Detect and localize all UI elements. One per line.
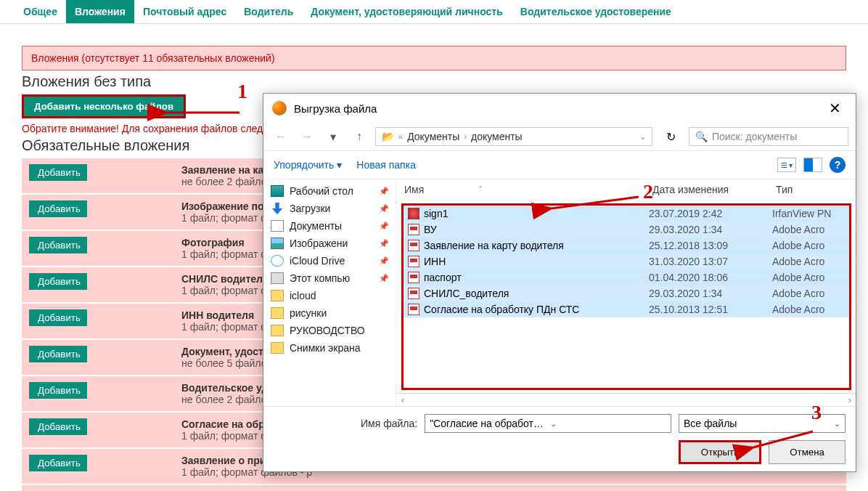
file-type: Adobe Acro (772, 304, 845, 315)
tab-3[interactable]: Водитель (235, 0, 302, 23)
pin-icon: 📌 (379, 222, 389, 231)
breadcrumb[interactable]: 📂 « Документы › документы ⌄ (375, 127, 652, 146)
tab-0[interactable]: Общее (15, 0, 66, 23)
horizontal-scrollbar[interactable]: ‹ › (397, 393, 856, 406)
add-button[interactable]: Добавить (29, 200, 87, 217)
file-date: 01.04.2020 18:06 (649, 272, 772, 283)
scroll-left-icon[interactable]: ‹ (401, 395, 404, 405)
file-type: Adobe Acro (772, 288, 845, 299)
annotation-1: 1 (237, 80, 247, 103)
view-mode-button[interactable]: ☰ ▾ (777, 158, 796, 172)
file-icon (408, 240, 419, 251)
folder-icon (271, 272, 284, 284)
tab-5[interactable]: Водительское удостоверение (512, 0, 680, 23)
chevron-down-icon[interactable]: ⌄ (639, 132, 646, 142)
file-row[interactable]: sign123.07.2019 2:42IrfanView PN (404, 206, 849, 222)
search-input[interactable]: 🔍 Поиск: документы (689, 127, 848, 146)
sidebar-item[interactable]: Документы📌 (263, 217, 396, 235)
dialog-sidebar: Рабочий стол📌Загрузки📌Документы📌Изображе… (263, 179, 397, 406)
chevron-down-icon[interactable]: ⌄ (546, 419, 666, 429)
add-button[interactable]: Добавить (29, 237, 87, 253)
forward-button[interactable]: → (297, 126, 317, 147)
file-type: IrfanView PN (772, 208, 845, 219)
pin-icon: 📌 (379, 239, 389, 248)
file-row[interactable]: Согласие на обработку ПДн СТС25.10.2013 … (404, 301, 849, 317)
sidebar-item[interactable]: рисунки (263, 304, 396, 322)
close-icon[interactable]: ✕ (823, 100, 847, 117)
folder-icon (271, 238, 284, 249)
sidebar-item-label: Загрузки (290, 203, 330, 214)
filename-input[interactable]: "Согласие на обработку ПДн СТС" "sign1 ⌄ (425, 414, 671, 433)
filename-label: Имя файла: (361, 418, 417, 429)
alert-missing-attachments: Вложения (отсутствует 11 обязательных вл… (22, 46, 846, 70)
file-name-text: паспорт (424, 272, 462, 283)
file-row[interactable]: паспорт01.04.2020 18:06Adobe Acro (404, 269, 849, 285)
file-row[interactable]: СНИЛС_водителя29.03.2020 1:34Adobe Acro (404, 285, 849, 301)
sidebar-item[interactable]: РУКОВОДСТВО (263, 322, 396, 339)
file-type: Adobe Acro (772, 272, 845, 283)
tab-1[interactable]: Вложения (66, 0, 134, 23)
help-icon[interactable]: ? (830, 157, 846, 173)
preview-pane-button[interactable] (803, 158, 822, 172)
file-icon (408, 256, 419, 267)
sidebar-item-label: iCloud Drive (290, 255, 345, 267)
file-date: 29.03.2020 1:34 (649, 288, 772, 299)
file-icon (408, 208, 419, 219)
file-name-text: СНИЛС_водителя (424, 288, 509, 299)
folder-icon: 📂 (382, 131, 394, 142)
column-type[interactable]: Тип (776, 184, 848, 195)
chevron-right-icon: › (464, 132, 467, 141)
crumb-1[interactable]: документы (471, 131, 523, 142)
file-date: 31.03.2020 13:07 (649, 256, 772, 267)
file-type: Adobe Acro (772, 240, 845, 251)
scroll-right-icon[interactable]: › (848, 395, 851, 405)
add-button[interactable]: Добавить (29, 273, 87, 290)
refresh-button[interactable]: ↻ (658, 126, 683, 147)
required-row: ДобавитьЗаявление на регистрацию пользов… (22, 485, 846, 491)
tabs-bar: ОбщееВложенияПочтовый адресВодительДокум… (0, 0, 868, 24)
add-button[interactable]: Добавить (29, 382, 87, 399)
file-row[interactable]: ИНН31.03.2020 13:07Adobe Acro (404, 253, 849, 269)
file-type: Adobe Acro (772, 224, 845, 235)
add-button[interactable]: Добавить (29, 346, 87, 362)
file-pane: Имя ˆ Дата изменения Тип sign123.07.2019… (397, 179, 856, 406)
add-multiple-files-button[interactable]: Добавить несколько файлов (22, 94, 186, 118)
file-name-text: ИНН (424, 256, 446, 267)
sidebar-item-label: Изображени (290, 238, 348, 249)
file-row[interactable]: ВУ29.03.2020 1:34Adobe Acro (404, 222, 849, 238)
tab-4[interactable]: Документ, удостоверяющий личность (302, 0, 512, 23)
file-row[interactable]: Заявление на карту водителя25.12.2018 13… (404, 238, 849, 253)
add-button[interactable]: Добавить (29, 418, 87, 435)
sidebar-item[interactable]: Снимки экрана (263, 339, 396, 357)
sidebar-item[interactable]: iCloud Drive📌 (263, 252, 396, 269)
add-button[interactable]: Добавить (29, 455, 87, 471)
section-untitled-title: Вложения без типа (22, 73, 846, 90)
cancel-button[interactable]: Отмена (769, 440, 846, 464)
chevron-down-icon[interactable]: ▾ (323, 126, 343, 147)
sidebar-item-label: Рабочий стол (290, 185, 353, 197)
sidebar-item[interactable]: Этот компью📌 (263, 269, 396, 287)
organize-menu[interactable]: Упорядочить▾ (274, 159, 342, 171)
sidebar-item[interactable]: icloud (263, 287, 396, 304)
file-upload-dialog: Выгрузка файла ✕ ← → ▾ ↑ 📂 « Документы ›… (263, 93, 856, 472)
annotation-3: 3 (811, 401, 822, 424)
file-icon (408, 304, 419, 315)
add-button[interactable]: Добавить (29, 164, 87, 181)
crumb-0[interactable]: Документы (407, 131, 459, 142)
back-button[interactable]: ← (271, 126, 291, 147)
up-button[interactable]: ↑ (349, 126, 369, 147)
search-icon: 🔍 (695, 131, 708, 142)
tab-2[interactable]: Почтовый адрес (134, 0, 235, 23)
sidebar-item[interactable]: Изображени📌 (263, 235, 396, 252)
sidebar-item[interactable]: Загрузки📌 (263, 200, 396, 217)
column-date[interactable]: Дата изменения (652, 184, 776, 195)
file-icon (408, 224, 419, 235)
open-button[interactable]: Открыть (679, 440, 761, 464)
sidebar-item[interactable]: Рабочий стол📌 (263, 182, 396, 200)
add-button[interactable]: Добавить (29, 309, 87, 326)
column-name[interactable]: Имя (404, 184, 424, 195)
search-placeholder: Поиск: документы (712, 131, 797, 142)
new-folder-button[interactable]: Новая папка (356, 159, 416, 171)
file-list[interactable]: sign123.07.2019 2:42IrfanView PNВУ29.03.… (401, 203, 851, 390)
file-date: 25.12.2018 13:09 (649, 240, 772, 251)
